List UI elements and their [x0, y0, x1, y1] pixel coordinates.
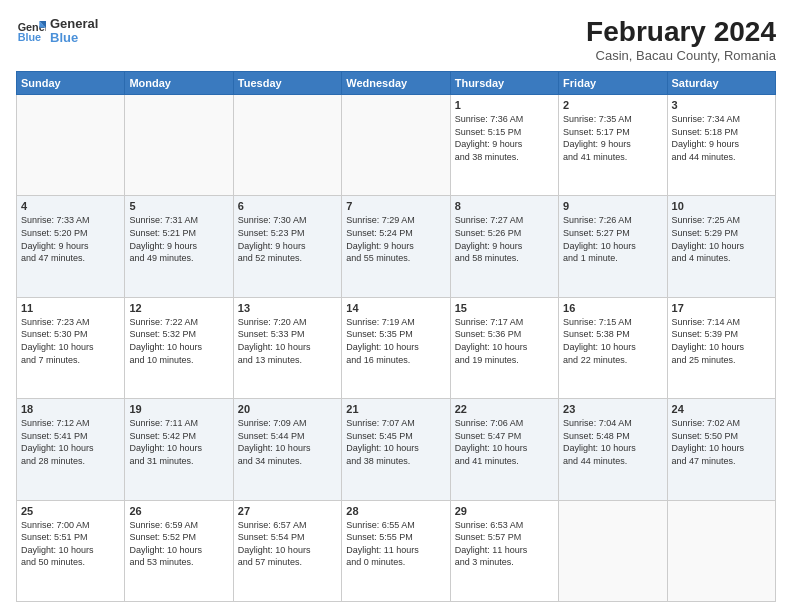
calendar-week-row: 4Sunrise: 7:33 AM Sunset: 5:20 PM Daylig… [17, 196, 776, 297]
calendar-day-cell: 19Sunrise: 7:11 AM Sunset: 5:42 PM Dayli… [125, 399, 233, 500]
calendar-day-cell: 4Sunrise: 7:33 AM Sunset: 5:20 PM Daylig… [17, 196, 125, 297]
day-number: 17 [672, 302, 771, 314]
calendar-day-cell [342, 95, 450, 196]
day-number: 6 [238, 200, 337, 212]
calendar-day-cell: 16Sunrise: 7:15 AM Sunset: 5:38 PM Dayli… [559, 297, 667, 398]
calendar-day-cell: 7Sunrise: 7:29 AM Sunset: 5:24 PM Daylig… [342, 196, 450, 297]
calendar-day-cell: 1Sunrise: 7:36 AM Sunset: 5:15 PM Daylig… [450, 95, 558, 196]
calendar-header-sunday: Sunday [17, 72, 125, 95]
calendar-day-cell: 17Sunrise: 7:14 AM Sunset: 5:39 PM Dayli… [667, 297, 775, 398]
calendar-week-row: 25Sunrise: 7:00 AM Sunset: 5:51 PM Dayli… [17, 500, 776, 601]
logo-icon: General Blue [16, 16, 46, 46]
logo-text-blue: Blue [50, 31, 98, 45]
calendar-header-tuesday: Tuesday [233, 72, 341, 95]
calendar-day-cell: 25Sunrise: 7:00 AM Sunset: 5:51 PM Dayli… [17, 500, 125, 601]
calendar-table: SundayMondayTuesdayWednesdayThursdayFrid… [16, 71, 776, 602]
page-title: February 2024 [586, 16, 776, 48]
calendar-header-row: SundayMondayTuesdayWednesdayThursdayFrid… [17, 72, 776, 95]
day-number: 16 [563, 302, 662, 314]
day-info: Sunrise: 7:04 AM Sunset: 5:48 PM Dayligh… [563, 417, 662, 467]
calendar-day-cell: 14Sunrise: 7:19 AM Sunset: 5:35 PM Dayli… [342, 297, 450, 398]
calendar-day-cell: 18Sunrise: 7:12 AM Sunset: 5:41 PM Dayli… [17, 399, 125, 500]
calendar-header-wednesday: Wednesday [342, 72, 450, 95]
calendar-day-cell [125, 95, 233, 196]
calendar-day-cell: 21Sunrise: 7:07 AM Sunset: 5:45 PM Dayli… [342, 399, 450, 500]
calendar-day-cell: 10Sunrise: 7:25 AM Sunset: 5:29 PM Dayli… [667, 196, 775, 297]
day-number: 19 [129, 403, 228, 415]
calendar-day-cell: 23Sunrise: 7:04 AM Sunset: 5:48 PM Dayli… [559, 399, 667, 500]
calendar-day-cell: 15Sunrise: 7:17 AM Sunset: 5:36 PM Dayli… [450, 297, 558, 398]
calendar-day-cell: 9Sunrise: 7:26 AM Sunset: 5:27 PM Daylig… [559, 196, 667, 297]
day-info: Sunrise: 7:35 AM Sunset: 5:17 PM Dayligh… [563, 113, 662, 163]
calendar-header-saturday: Saturday [667, 72, 775, 95]
calendar-day-cell: 13Sunrise: 7:20 AM Sunset: 5:33 PM Dayli… [233, 297, 341, 398]
day-number: 21 [346, 403, 445, 415]
day-number: 22 [455, 403, 554, 415]
day-number: 27 [238, 505, 337, 517]
day-number: 13 [238, 302, 337, 314]
day-info: Sunrise: 7:20 AM Sunset: 5:33 PM Dayligh… [238, 316, 337, 366]
day-info: Sunrise: 7:11 AM Sunset: 5:42 PM Dayligh… [129, 417, 228, 467]
calendar-day-cell [559, 500, 667, 601]
day-number: 24 [672, 403, 771, 415]
calendar-day-cell: 27Sunrise: 6:57 AM Sunset: 5:54 PM Dayli… [233, 500, 341, 601]
day-info: Sunrise: 7:15 AM Sunset: 5:38 PM Dayligh… [563, 316, 662, 366]
day-info: Sunrise: 7:12 AM Sunset: 5:41 PM Dayligh… [21, 417, 120, 467]
day-info: Sunrise: 7:19 AM Sunset: 5:35 PM Dayligh… [346, 316, 445, 366]
day-info: Sunrise: 7:06 AM Sunset: 5:47 PM Dayligh… [455, 417, 554, 467]
day-info: Sunrise: 6:57 AM Sunset: 5:54 PM Dayligh… [238, 519, 337, 569]
day-info: Sunrise: 7:30 AM Sunset: 5:23 PM Dayligh… [238, 214, 337, 264]
title-block: February 2024 Casin, Bacau County, Roman… [586, 16, 776, 63]
day-info: Sunrise: 6:59 AM Sunset: 5:52 PM Dayligh… [129, 519, 228, 569]
day-number: 2 [563, 99, 662, 111]
day-info: Sunrise: 7:17 AM Sunset: 5:36 PM Dayligh… [455, 316, 554, 366]
logo-text-general: General [50, 17, 98, 31]
day-number: 14 [346, 302, 445, 314]
day-info: Sunrise: 7:02 AM Sunset: 5:50 PM Dayligh… [672, 417, 771, 467]
day-info: Sunrise: 7:07 AM Sunset: 5:45 PM Dayligh… [346, 417, 445, 467]
calendar-week-row: 11Sunrise: 7:23 AM Sunset: 5:30 PM Dayli… [17, 297, 776, 398]
calendar-day-cell [667, 500, 775, 601]
day-number: 29 [455, 505, 554, 517]
day-number: 4 [21, 200, 120, 212]
day-info: Sunrise: 7:22 AM Sunset: 5:32 PM Dayligh… [129, 316, 228, 366]
day-info: Sunrise: 7:23 AM Sunset: 5:30 PM Dayligh… [21, 316, 120, 366]
day-info: Sunrise: 7:33 AM Sunset: 5:20 PM Dayligh… [21, 214, 120, 264]
day-number: 23 [563, 403, 662, 415]
day-info: Sunrise: 7:14 AM Sunset: 5:39 PM Dayligh… [672, 316, 771, 366]
day-number: 11 [21, 302, 120, 314]
calendar-header-monday: Monday [125, 72, 233, 95]
day-info: Sunrise: 7:26 AM Sunset: 5:27 PM Dayligh… [563, 214, 662, 264]
day-info: Sunrise: 7:00 AM Sunset: 5:51 PM Dayligh… [21, 519, 120, 569]
day-number: 10 [672, 200, 771, 212]
calendar-day-cell [17, 95, 125, 196]
calendar-day-cell: 5Sunrise: 7:31 AM Sunset: 5:21 PM Daylig… [125, 196, 233, 297]
calendar-day-cell: 20Sunrise: 7:09 AM Sunset: 5:44 PM Dayli… [233, 399, 341, 500]
calendar-week-row: 18Sunrise: 7:12 AM Sunset: 5:41 PM Dayli… [17, 399, 776, 500]
logo: General Blue General Blue [16, 16, 98, 46]
calendar-day-cell: 11Sunrise: 7:23 AM Sunset: 5:30 PM Dayli… [17, 297, 125, 398]
calendar-header-friday: Friday [559, 72, 667, 95]
page-subtitle: Casin, Bacau County, Romania [586, 48, 776, 63]
header: General Blue General Blue February 2024 … [16, 16, 776, 63]
day-number: 18 [21, 403, 120, 415]
day-info: Sunrise: 7:25 AM Sunset: 5:29 PM Dayligh… [672, 214, 771, 264]
calendar-day-cell: 22Sunrise: 7:06 AM Sunset: 5:47 PM Dayli… [450, 399, 558, 500]
day-info: Sunrise: 7:31 AM Sunset: 5:21 PM Dayligh… [129, 214, 228, 264]
day-info: Sunrise: 6:55 AM Sunset: 5:55 PM Dayligh… [346, 519, 445, 569]
day-number: 26 [129, 505, 228, 517]
day-number: 15 [455, 302, 554, 314]
day-info: Sunrise: 7:09 AM Sunset: 5:44 PM Dayligh… [238, 417, 337, 467]
calendar-header-thursday: Thursday [450, 72, 558, 95]
day-number: 25 [21, 505, 120, 517]
day-number: 20 [238, 403, 337, 415]
calendar-day-cell: 26Sunrise: 6:59 AM Sunset: 5:52 PM Dayli… [125, 500, 233, 601]
calendar-week-row: 1Sunrise: 7:36 AM Sunset: 5:15 PM Daylig… [17, 95, 776, 196]
calendar-day-cell: 2Sunrise: 7:35 AM Sunset: 5:17 PM Daylig… [559, 95, 667, 196]
calendar-day-cell: 29Sunrise: 6:53 AM Sunset: 5:57 PM Dayli… [450, 500, 558, 601]
day-number: 12 [129, 302, 228, 314]
day-info: Sunrise: 7:34 AM Sunset: 5:18 PM Dayligh… [672, 113, 771, 163]
calendar-day-cell: 8Sunrise: 7:27 AM Sunset: 5:26 PM Daylig… [450, 196, 558, 297]
day-number: 28 [346, 505, 445, 517]
calendar-day-cell: 24Sunrise: 7:02 AM Sunset: 5:50 PM Dayli… [667, 399, 775, 500]
